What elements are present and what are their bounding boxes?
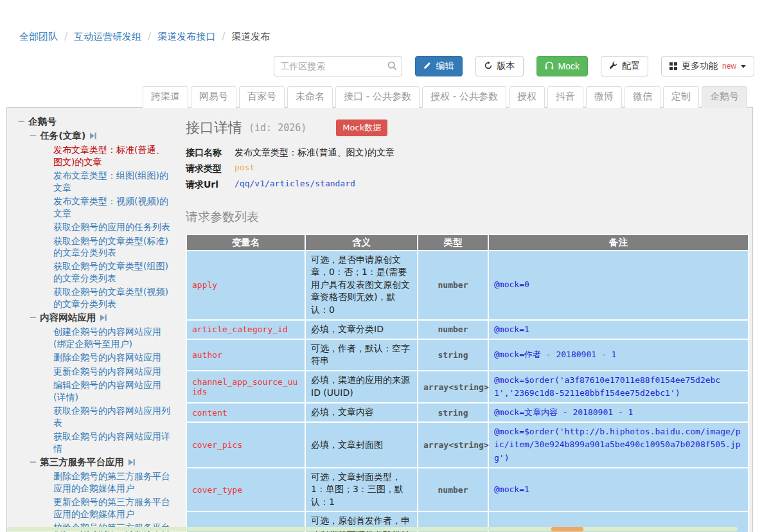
breadcrumb-separator: / (64, 31, 67, 42)
table-row: article_category_id必填，文章分类IDnumber@mock=… (186, 320, 749, 339)
breadcrumb-current: 渠道发布 (231, 31, 270, 42)
scrollbar-thumb[interactable] (551, 527, 583, 531)
detail-field-row: 接口名称发布文章类型：标准(普通、图文)的文章 (186, 146, 747, 158)
column-header: 变量名 (186, 235, 305, 251)
tree-leaf[interactable]: 编辑企鹅号的内容网站应用(详情) (13, 379, 172, 403)
collapse-minus-icon[interactable]: − (29, 130, 37, 141)
collapse-minus-icon[interactable]: − (29, 312, 37, 323)
param-remark-cell: @mock=1 (488, 320, 749, 339)
breadcrumb-link[interactable]: 全部团队 (19, 31, 58, 42)
param-type-cell: number (418, 468, 488, 512)
tree-group-label: 第三方服务平台应用 (40, 457, 124, 467)
tree-group[interactable]: −第三方服务平台应用 (13, 456, 172, 468)
interface-detail: 接口详情 (id: 2026) Mock数据 接口名称发布文章类型：标准(普通、… (175, 108, 752, 532)
table-row: author可选，作者，默认：空字符串string@mock=作者 - 2018… (186, 339, 749, 371)
request-params-table: 变量名含义类型备注 apply可选，是否申请原创文章，0：否；1：是(需要用户具… (186, 234, 749, 532)
field-value: post (235, 163, 254, 174)
search-input[interactable] (274, 56, 402, 76)
breadcrumb-link[interactable]: 互动运营研发组 (74, 31, 141, 42)
tab-未命名[interactable]: 未命名 (287, 86, 333, 108)
tree-leaf[interactable]: 删除企鹅号的第三方服务平台应用的企鹅媒体用户 (13, 470, 172, 494)
tree-group[interactable]: −企鹅号 (13, 116, 172, 128)
collapse-minus-icon[interactable]: − (29, 457, 37, 467)
field-label: 接口名称 (186, 146, 229, 158)
field-value: /qq/v1/articles/standard (235, 179, 355, 190)
tab-抖音[interactable]: 抖音 (547, 86, 583, 108)
param-remark-cell: @mock=$order('a3f87610e17011e88f0154ee75… (488, 371, 749, 403)
table-row: apply可选，是否申请原创文章，0：否；1：是(需要用户具有发表图文原创文章资… (186, 251, 749, 320)
mock-button-label: Mock (558, 61, 580, 71)
tab-微博[interactable]: 微博 (586, 86, 622, 108)
table-row: channel_app_source_uuids必填，渠道的应用的来源ID (U… (186, 371, 749, 403)
edit-button[interactable]: 编辑 (415, 56, 463, 76)
tree-leaf[interactable]: 发布文章类型：标准(普通、图文)的文章 (13, 144, 172, 168)
param-remark-cell: @mock=作者 - 20180901 - 1 (488, 339, 749, 371)
page-title: 接口详情 (186, 118, 242, 137)
tree-leaf[interactable]: 获取企鹅号的文章类型(组图)的文章分类列表 (13, 260, 172, 284)
params-section-title: 请求参数列表 (186, 209, 747, 226)
version-button-label: 版本 (497, 60, 515, 72)
horizontal-scrollbar[interactable] (7, 527, 738, 531)
tab-定制[interactable]: 定制 (663, 86, 699, 108)
collapse-minus-icon[interactable]: − (17, 116, 25, 127)
tree-leaf[interactable]: 更新企鹅号的第三方服务平台应用的企鹅媒体用户 (13, 496, 172, 520)
param-type-cell: number (418, 251, 488, 320)
param-name-cell: content (186, 403, 305, 422)
breadcrumb-link[interactable]: 渠道发布接口 (157, 31, 215, 42)
tab-微信[interactable]: 微信 (625, 86, 660, 108)
param-type-cell: string (418, 403, 488, 422)
tree-group-label: 企鹅号 (28, 116, 57, 127)
param-type-cell: string (418, 339, 488, 371)
mock-button[interactable]: Mock (536, 56, 588, 76)
tree-group-label: 内容网站应用 (40, 312, 96, 323)
tab-企鹅号[interactable]: 企鹅号 (702, 86, 747, 108)
wrench-icon (609, 61, 617, 71)
new-badge: new (722, 62, 736, 71)
param-name-cell: apply (186, 251, 305, 320)
tab-授权[interactable]: 授权 (509, 86, 545, 108)
tree-leaf[interactable]: 更新企鹅号的内容网站应用 (13, 366, 172, 377)
skip-forward-icon[interactable] (124, 457, 136, 467)
more-functions-button[interactable]: 更多功能 new (661, 56, 754, 76)
param-desc-cell: 可选，是否申请原创文章，0：否；1：是(需要用户具有发表图文原创文章资格否则无效… (305, 251, 418, 320)
param-desc-cell: 可选，文章封面类型，1：单图；3：三图，默认：1 (305, 468, 418, 512)
table-row: cover_type可选，文章封面类型，1：单图；3：三图，默认：1number… (186, 468, 749, 512)
version-button[interactable]: 版本 (475, 56, 524, 76)
skip-forward-icon[interactable] (85, 130, 97, 141)
tree-leaf[interactable]: 发布文章类型：视频(视频)的文章 (13, 195, 172, 219)
tree-leaf[interactable]: 获取企鹅号的应用的任务列表 (13, 221, 172, 233)
grid-icon (669, 62, 677, 70)
tree-group[interactable]: −任务(文章) (13, 130, 172, 142)
param-name-cell: author (186, 339, 305, 371)
toolbar: 编辑 版本 Mock 配置 更多功能 new (274, 56, 754, 76)
tab-接口 - 公共参数[interactable]: 接口 - 公共参数 (335, 86, 420, 108)
tree-leaf[interactable]: 发布文章类型：组图(组图)的文章 (13, 170, 172, 193)
param-name-cell: channel_app_source_uuids (186, 371, 305, 403)
tab-授权 - 公共参数[interactable]: 授权 - 公共参数 (422, 86, 506, 108)
interface-tree: −企鹅号−任务(文章)发布文章类型：标准(普通、图文)的文章发布文章类型：组图(… (7, 108, 175, 532)
breadcrumb-separator: / (148, 31, 151, 42)
tree-leaf[interactable]: 删除企鹅号的内容网站应用 (13, 351, 172, 363)
more-functions-label: 更多功能 (682, 60, 718, 72)
param-name-cell: cover_pics (186, 422, 305, 467)
tree-leaf[interactable]: 获取企鹅号的内容网站应用详情 (13, 430, 172, 454)
headphones-icon (545, 61, 554, 72)
config-button[interactable]: 配置 (601, 56, 648, 76)
tree-leaf[interactable]: 获取企鹅号的内容网站应用列表 (13, 405, 172, 429)
tab-百家号[interactable]: 百家号 (239, 86, 285, 108)
tree-group[interactable]: −内容网站应用 (13, 312, 172, 324)
interface-fields: 接口名称发布文章类型：标准(普通、图文)的文章请求类型post请求Url/qq/… (186, 146, 747, 191)
mock-data-button[interactable]: Mock数据 (336, 120, 387, 136)
page: 全部团队/互动运营研发组/渠道发布接口/渠道发布 编辑 版本 Mock 配置 更… (0, 0, 762, 532)
tree-group-label: 任务(文章) (40, 130, 85, 141)
tree-leaf[interactable]: 获取企鹅号的文章类型(标准)的文章分类列表 (13, 235, 172, 259)
tree-leaf[interactable]: 创建企鹅号的内容网站应用(绑定企鹅号至用户) (13, 326, 172, 350)
tab-跨渠道[interactable]: 跨渠道 (143, 86, 188, 108)
tree-leaf[interactable]: 获取企鹅号的文章类型(视频)的文章分类列表 (13, 286, 172, 310)
column-header: 类型 (418, 235, 488, 251)
param-desc-cell: 必填，文章分类ID (305, 320, 418, 339)
tab-网易号[interactable]: 网易号 (191, 86, 236, 108)
skip-forward-icon[interactable] (96, 312, 107, 323)
param-name-cell: cover_type (186, 468, 305, 512)
chevron-down-icon (741, 65, 746, 68)
